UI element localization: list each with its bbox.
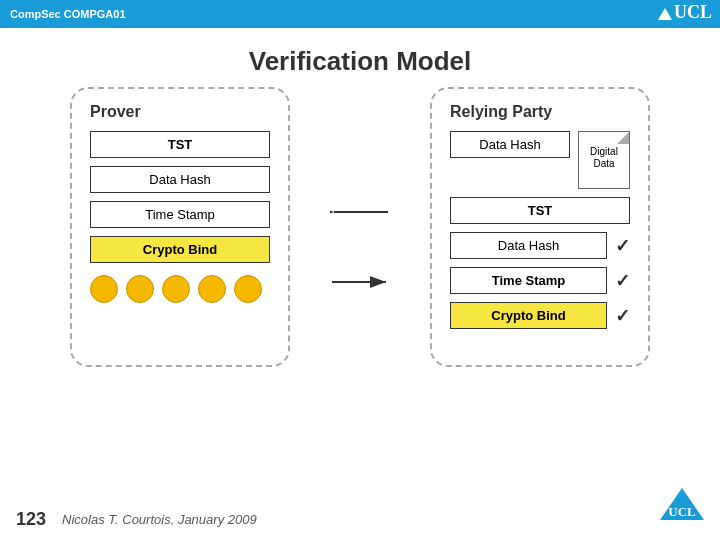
prover-crypto-bind-box: Crypto Bind <box>90 236 270 263</box>
arrows-column <box>330 127 390 367</box>
rp-verify-row-timestamp: Time Stamp ✓ <box>450 267 630 294</box>
rp-verify-row-cryptobind: Crypto Bind ✓ <box>450 302 630 329</box>
prover-tst-box: TST <box>90 131 270 158</box>
circle-2 <box>126 275 154 303</box>
svg-text:UCL: UCL <box>668 504 696 519</box>
footer: 123 Nicolas T. Courtois, January 2009 UC… <box>0 509 720 530</box>
prover-label: Prover <box>90 103 270 121</box>
ucl-logo-footer-svg: UCL <box>658 486 706 522</box>
circle-1 <box>90 275 118 303</box>
arrow-right-datahash <box>330 267 390 297</box>
main-content-wrapper: Prover TST Data Hash Time Stamp Crypto B… <box>0 87 720 367</box>
header-bar: CompSec COMPGA01 UCL <box>0 0 720 28</box>
check-crypto-bind: ✓ <box>615 305 630 327</box>
prover-data-hash-box: Data Hash <box>90 166 270 193</box>
arrow-left-tst <box>330 197 390 227</box>
diagram-area: Prover TST Data Hash Time Stamp Crypto B… <box>0 87 720 367</box>
relying-party-label: Relying Party <box>450 103 630 121</box>
rp-verify-row-datahash: Data Hash ✓ <box>450 232 630 259</box>
digital-data-doc: Digital Data <box>578 131 630 189</box>
check-data-hash: ✓ <box>615 235 630 257</box>
relying-party-container: Relying Party Data Hash Digital Data TST… <box>430 87 650 367</box>
rp-verify-crypto-bind-box: Crypto Bind <box>450 302 607 329</box>
ucl-triangle-icon <box>658 8 672 20</box>
header-title: CompSec COMPGA01 <box>10 8 126 20</box>
prover-container: Prover TST Data Hash Time Stamp Crypto B… <box>70 87 290 367</box>
circle-3 <box>162 275 190 303</box>
rp-top-row: Data Hash Digital Data <box>450 131 630 189</box>
prover-time-stamp-box: Time Stamp <box>90 201 270 228</box>
ucl-logo-header: UCL <box>658 2 712 23</box>
page-title: Verification Model <box>0 46 720 77</box>
rp-data-hash-box: Data Hash <box>450 131 570 158</box>
prover-inner: TST Data Hash Time Stamp Crypto Bind <box>90 131 270 303</box>
circle-4 <box>198 275 226 303</box>
rp-tst-box: TST <box>450 197 630 224</box>
check-time-stamp: ✓ <box>615 270 630 292</box>
rp-verify-time-stamp-box: Time Stamp <box>450 267 607 294</box>
page-number: 123 <box>16 509 46 530</box>
digital-data-label: Digital Data <box>590 146 618 169</box>
ucl-logo-footer: UCL <box>658 486 706 526</box>
footer-author: Nicolas T. Courtois, January 2009 <box>62 512 257 527</box>
rp-verify-data-hash-box: Data Hash <box>450 232 607 259</box>
circle-5 <box>234 275 262 303</box>
prover-circles <box>90 275 270 303</box>
